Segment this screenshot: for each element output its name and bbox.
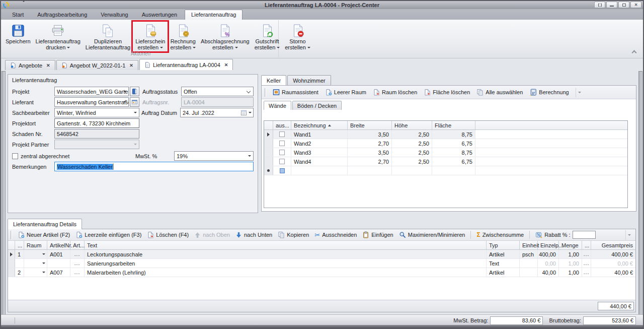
ribbon-tab-auftragsbearbeitung[interactable]: Auftragsbearbeitung bbox=[31, 10, 93, 20]
doc-tab-angebote[interactable]: Angebote ✕ bbox=[5, 60, 55, 70]
maximize-button[interactable] bbox=[618, 2, 629, 8]
close-button[interactable]: ✕ bbox=[630, 2, 641, 8]
column-header-art[interactable]: Art... bbox=[70, 241, 85, 249]
alle-auswaehlen-button[interactable]: Alle auswählen bbox=[476, 89, 523, 96]
row-checkbox[interactable] bbox=[279, 131, 285, 137]
duplizieren-lieferantenauftrag-button[interactable]: DuplizierenLieferantenauftrag bbox=[83, 22, 133, 51]
zwischensumme-button[interactable]: Σ Zwischensumme bbox=[476, 232, 524, 238]
neuer-artikel-button[interactable]: Neuer Artikel (F2) bbox=[18, 231, 70, 238]
tab-waende[interactable]: Wände bbox=[264, 101, 291, 110]
ribbon-tab-start[interactable]: Start bbox=[6, 10, 30, 20]
toolbar-grip[interactable] bbox=[11, 231, 12, 239]
row-checkbox[interactable] bbox=[279, 150, 285, 155]
detail-row-2[interactable]: ... Sanierungsarbeiten Text 0,00 1,00 ..… bbox=[8, 259, 635, 268]
browse-button[interactable]: ... bbox=[584, 252, 589, 257]
rechnung-erstellen-button[interactable]: Rechnung erstellen bbox=[168, 22, 198, 51]
column-header-raum[interactable]: Raum bbox=[24, 241, 47, 249]
berechnung-dropdown-button[interactable] bbox=[576, 88, 583, 97]
column-header-einheit[interactable]: Einheit bbox=[520, 241, 538, 249]
tab-close-icon[interactable]: ✕ bbox=[129, 63, 133, 68]
column-header-artikelnr[interactable]: ArtikelNr. bbox=[47, 241, 70, 249]
tab-boeden-decken[interactable]: Böden / Decken bbox=[292, 101, 342, 110]
tab-close-icon[interactable]: ✕ bbox=[46, 63, 50, 68]
browse-button[interactable]: ... bbox=[584, 270, 589, 275]
ribbon-collapse-icon[interactable] bbox=[632, 50, 637, 55]
zentral-abgerechnet-checkbox[interactable] bbox=[12, 153, 18, 159]
schaden-nr-field[interactable]: 5468542 bbox=[54, 129, 139, 139]
wall-row-3[interactable]: Wand3 3,50 2,50 8,75 bbox=[264, 148, 627, 157]
gutschrift-erstellen-button[interactable]: Gutschrift erstellen bbox=[252, 22, 283, 51]
abschlagsrechnung-erstellen-button[interactable]: % Abschlagsrechnung erstellen bbox=[198, 22, 252, 51]
column-header-text[interactable]: Text bbox=[85, 241, 487, 249]
wall-row-2[interactable]: Wand2 2,70 2,50 6,75 bbox=[264, 139, 627, 148]
mwst-combobox[interactable]: 19% bbox=[174, 151, 254, 161]
minimize-button[interactable] bbox=[606, 2, 617, 8]
lieferschein-erstellen-button[interactable]: Lieferschein erstellen bbox=[133, 22, 168, 51]
projekt-combobox[interactable]: Wasserschaden_WEG Garte... bbox=[54, 87, 129, 96]
raum-cell-dropdown[interactable] bbox=[24, 259, 47, 268]
bemerkungen-input[interactable]: Wasserschaden Keller bbox=[54, 162, 254, 171]
window-style-button[interactable] bbox=[594, 2, 605, 8]
toolbar-options-dropdown[interactable] bbox=[625, 230, 633, 240]
right-dock-strip[interactable] bbox=[638, 71, 642, 325]
toolbar-grip[interactable] bbox=[265, 88, 266, 97]
rabatt-input[interactable] bbox=[573, 231, 596, 239]
column-header-flaeche[interactable]: Fläche bbox=[432, 121, 475, 129]
browse-button[interactable]: ... bbox=[74, 252, 80, 257]
ribbon-tab-verwaltung[interactable]: Verwaltung bbox=[95, 10, 134, 20]
maximieren-minimieren-button[interactable]: Maximieren/Minimieren bbox=[399, 231, 465, 238]
column-header-menge[interactable]: Menge bbox=[559, 241, 582, 249]
wall-row-4[interactable]: Wand4 2,70 2,50 6,75 bbox=[264, 157, 627, 166]
auftragsstatus-select[interactable]: Offen bbox=[181, 87, 254, 96]
loeschen-button[interactable]: Löschen (F4) bbox=[147, 231, 189, 238]
raum-loeschen-button[interactable]: Raum löschen bbox=[373, 89, 417, 96]
doc-tab-lieferantenauftrag-la-0004[interactable]: Lieferantenauftrag LA-0004 ✕ bbox=[139, 59, 233, 70]
column-header-gesamtpreis[interactable]: Gesamtpreis bbox=[591, 241, 635, 249]
wall-row-1[interactable]: Wand1 3,50 2,50 8,75 bbox=[264, 130, 627, 139]
lieferant-combobox[interactable]: Hausverwaltung Gartenstraße bbox=[54, 97, 129, 107]
ribbon-tab-auswertungen[interactable]: Auswertungen bbox=[136, 10, 183, 20]
lieferant-open-button[interactable] bbox=[130, 97, 139, 107]
raumassistent-button[interactable]: Raumassistent bbox=[273, 89, 318, 96]
browse-button[interactable]: ... bbox=[584, 261, 589, 266]
kopieren-button[interactable]: Kopieren bbox=[278, 231, 309, 238]
new-row[interactable] bbox=[264, 166, 627, 175]
detail-row-1[interactable]: 1 A001 ... Leckortungspauschale Artikel … bbox=[8, 250, 635, 259]
doc-tab-angebot-w-2022-01-1[interactable]: Angebot W_2022-01-1 ✕ bbox=[56, 60, 138, 70]
berechnung-button[interactable]: Berechnung bbox=[529, 89, 569, 96]
room-tab-keller[interactable]: Keller bbox=[261, 75, 286, 85]
browse-button[interactable]: ... bbox=[74, 270, 80, 275]
column-header-dots2[interactable]: ... bbox=[582, 241, 591, 249]
column-header-breite[interactable]: Breite bbox=[348, 121, 392, 129]
projektort-input[interactable]: Gartenstr. 4, 73230 Kirchheim bbox=[54, 118, 139, 128]
sachbearbeiter-combobox[interactable]: Winter, Winfried bbox=[54, 108, 139, 117]
speichern-button[interactable]: Speichern bbox=[3, 22, 33, 45]
tab-lieferantenauftrag-details[interactable]: Lieferantenauftrag Details bbox=[8, 219, 82, 229]
detail-row-3[interactable]: 2 A007 ... Malerarbeiten (Lehrling) Arti… bbox=[8, 268, 635, 277]
nach-unten-button[interactable]: nach Unten bbox=[235, 232, 272, 238]
left-dock-strip[interactable] bbox=[2, 71, 6, 325]
row-checkbox[interactable] bbox=[279, 159, 285, 164]
raum-cell-dropdown[interactable] bbox=[24, 268, 47, 277]
flaeche-loeschen-button[interactable]: Fläche löschen bbox=[424, 89, 470, 96]
lieferantenauftrag-drucken-button[interactable]: Lieferantenauftrag drucken bbox=[33, 22, 83, 51]
browse-button[interactable]: ... bbox=[74, 261, 80, 266]
einfuegen-button[interactable]: Einfügen bbox=[362, 231, 393, 238]
leerer-raum-button[interactable]: Leerer Raum bbox=[325, 89, 366, 96]
column-header-aus[interactable]: aus... bbox=[273, 121, 291, 129]
column-header-einzelpreis[interactable]: Einzelp... bbox=[538, 241, 559, 249]
column-header-typ[interactable]: Typ bbox=[487, 241, 520, 249]
raum-cell-dropdown[interactable] bbox=[24, 250, 47, 258]
storno-erstellen-button[interactable]: Storno erstellen bbox=[282, 22, 313, 51]
room-tab-wohnzimmer[interactable]: Wohnzimmer bbox=[287, 75, 331, 85]
projekt-open-button[interactable] bbox=[130, 87, 139, 96]
column-header-bezeichnung[interactable]: Bezeichnung bbox=[291, 121, 348, 129]
auftrag-datum-field[interactable]: 24. Jul .2022 bbox=[180, 108, 254, 117]
column-header-dots[interactable]: ... bbox=[15, 241, 24, 249]
tab-close-icon[interactable]: ✕ bbox=[224, 62, 228, 68]
ribbon-tab-lieferantenauftrag[interactable]: Lieferantenauftrag bbox=[185, 10, 243, 20]
leerzeile-einfuegen-button[interactable]: Leerzeile einfügen (F3) bbox=[75, 231, 141, 238]
row-checkbox[interactable] bbox=[279, 141, 285, 146]
column-header-hoehe[interactable]: Höhe bbox=[392, 121, 432, 129]
ausschneiden-button[interactable]: ✂ Ausschneiden bbox=[314, 232, 357, 238]
